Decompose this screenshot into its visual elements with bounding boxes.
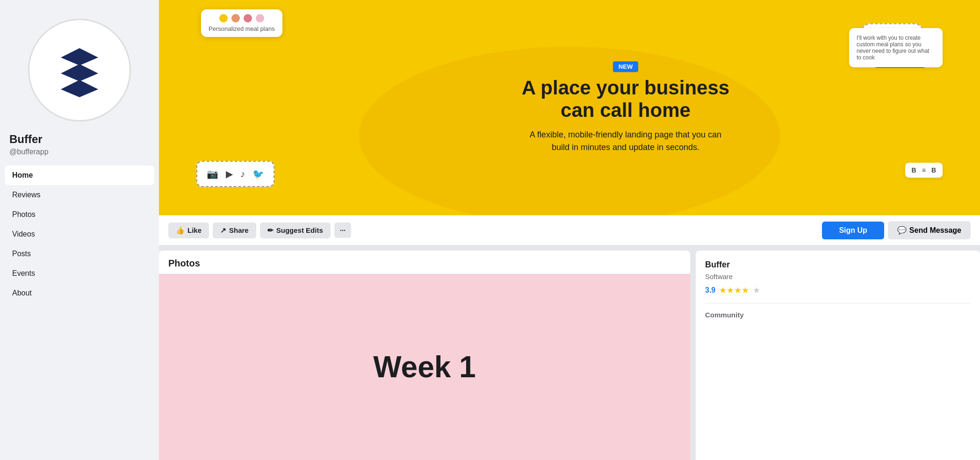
page-avatar: [28, 19, 131, 122]
instagram-icon: 📷: [207, 168, 218, 180]
dot-yellow: [219, 14, 228, 22]
meal-plan-float-card: I'll work with you to create custom meal…: [849, 28, 943, 67]
community-label: Community: [705, 311, 971, 319]
info-page-name: Buffer: [705, 260, 971, 270]
align-icon: ≡: [922, 166, 926, 174]
page-handle: @bufferapp: [0, 148, 49, 156]
meal-card-float: Personalized meal plans: [201, 9, 282, 37]
star-empty: ★: [753, 285, 760, 295]
rating-number: 3.9: [705, 286, 715, 295]
dot-orange: [231, 14, 240, 22]
stars-filled: ★★★★: [719, 285, 749, 295]
info-category: Software: [705, 273, 971, 280]
sidebar-item-posts[interactable]: Posts: [5, 244, 154, 264]
cover-subtitle: A flexible, mobile-friendly landing page…: [485, 129, 766, 154]
sidebar-navigation: Home Reviews Photos Videos Posts Events …: [0, 165, 159, 303]
cover-headline: A place your business can call home: [485, 77, 766, 122]
editor-toolbar-float: B ≡ B: [905, 163, 943, 178]
sidebar-item-photos[interactable]: Photos: [5, 205, 154, 224]
sidebar: Buffer @bufferapp Home Reviews Photos Vi…: [0, 0, 159, 460]
sidebar-item-about[interactable]: About: [5, 283, 154, 303]
main-content: Personalized meal plans NEW A place your…: [159, 0, 980, 460]
info-divider: [705, 303, 971, 303]
more-format-icon: B: [931, 166, 936, 174]
sidebar-item-videos[interactable]: Videos: [5, 224, 154, 244]
new-badge: NEW: [613, 61, 638, 72]
suggest-edits-button[interactable]: ✏ Suggest Edits: [260, 223, 331, 238]
week-text: Week 1: [373, 350, 476, 384]
cover-text-block: NEW A place your business can call home …: [485, 61, 766, 154]
svg-marker-0: [61, 48, 98, 65]
share-icon: ↗: [220, 226, 226, 235]
rating-row: 3.9 ★★★★★: [705, 285, 971, 295]
social-icons-card: 📷 ▶ ♪ 🐦: [196, 161, 274, 187]
meal-card-label: Personalized meal plans: [209, 25, 275, 32]
photos-header: Photos: [159, 251, 690, 274]
action-bar: 👍 Like ↗ Share ✏ Suggest Edits ··· Sign …: [159, 215, 980, 245]
like-button[interactable]: 👍 Like: [168, 223, 209, 238]
like-icon: 👍: [176, 226, 185, 235]
bottom-section: Photos Week 1 Buffer Software 3.9 ★★★★★ …: [159, 245, 980, 460]
sidebar-item-events[interactable]: Events: [5, 264, 154, 283]
sidebar-item-home[interactable]: Home: [5, 165, 154, 185]
page-name: Buffer: [0, 133, 43, 146]
meal-dots: [219, 14, 264, 22]
photo-placeholder: Week 1: [159, 274, 690, 460]
twitter-icon: 🐦: [252, 168, 264, 180]
photos-panel: Photos Week 1: [159, 251, 690, 460]
svg-marker-1: [61, 64, 98, 81]
info-panel: Buffer Software 3.9 ★★★★★ Community: [696, 251, 980, 460]
svg-marker-2: [61, 80, 98, 97]
messenger-icon: 💬: [897, 226, 907, 235]
cover-area: Personalized meal plans NEW A place your…: [159, 0, 980, 215]
bold-icon: B: [912, 166, 916, 174]
youtube-icon: ▶: [226, 168, 233, 180]
more-options-button[interactable]: ···: [334, 223, 352, 238]
send-message-button[interactable]: 💬 Send Message: [888, 221, 971, 239]
dot-pink: [244, 14, 252, 22]
sidebar-item-reviews[interactable]: Reviews: [5, 185, 154, 205]
tiktok-icon: ♪: [240, 169, 245, 180]
dot-light: [256, 14, 264, 22]
sign-up-button[interactable]: Sign Up: [822, 222, 884, 239]
buffer-logo-icon: [49, 40, 110, 101]
share-button[interactable]: ↗ Share: [213, 223, 256, 238]
edit-icon: ✏: [267, 226, 274, 235]
